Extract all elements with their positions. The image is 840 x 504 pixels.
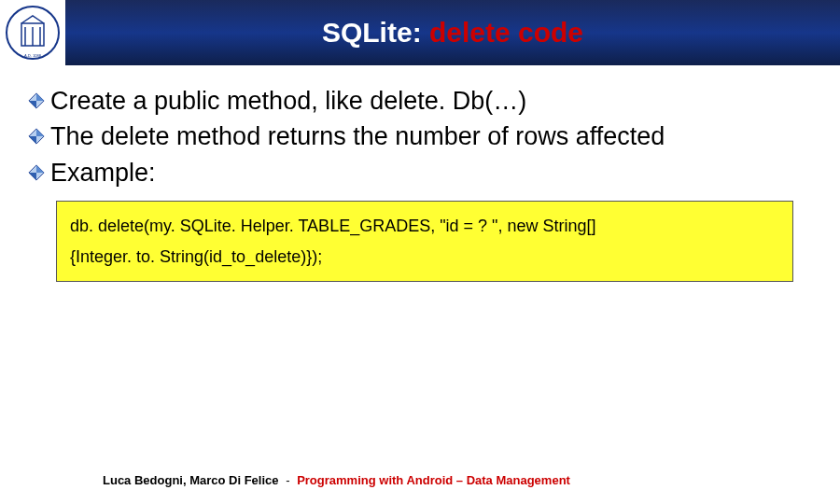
slide-header: A.D. 1088 SQLite: delete code (0, 0, 840, 65)
bullet-item: The delete method returns the number of … (28, 119, 812, 153)
code-line: db. delete(my. SQLite. Helper. TABLE_GRA… (70, 211, 779, 241)
bullet-text: Create a public method, like delete. Db(… (50, 84, 812, 118)
slide-footer: Luca Bedogni, Marco Di Felice - Programm… (103, 473, 570, 487)
slide-content: Create a public method, like delete. Db(… (0, 65, 840, 282)
bullet-text: Example: (50, 156, 812, 189)
diamond-bullet-icon (28, 164, 45, 181)
slide-title: SQLite: delete code (65, 17, 840, 49)
bullet-text: The delete method returns the number of … (50, 119, 812, 153)
crest-icon: A.D. 1088 (5, 5, 61, 61)
footer-course: Programming with Android – Data Manageme… (297, 473, 570, 487)
bullet-item: Example: (28, 156, 812, 189)
title-part-white: SQLite: (322, 17, 429, 48)
code-line: {Integer. to. String(id_to_delete)}); (70, 242, 779, 272)
code-example-box: db. delete(my. SQLite. Helper. TABLE_GRA… (56, 201, 793, 282)
footer-authors: Luca Bedogni, Marco Di Felice (103, 473, 279, 487)
footer-separator: - (282, 473, 293, 487)
svg-text:A.D. 1088: A.D. 1088 (24, 53, 42, 58)
title-part-red: delete code (429, 17, 583, 48)
university-crest: A.D. 1088 (0, 0, 65, 65)
bullet-item: Create a public method, like delete. Db(… (28, 84, 812, 118)
diamond-bullet-icon (28, 128, 45, 145)
diamond-bullet-icon (28, 92, 45, 109)
